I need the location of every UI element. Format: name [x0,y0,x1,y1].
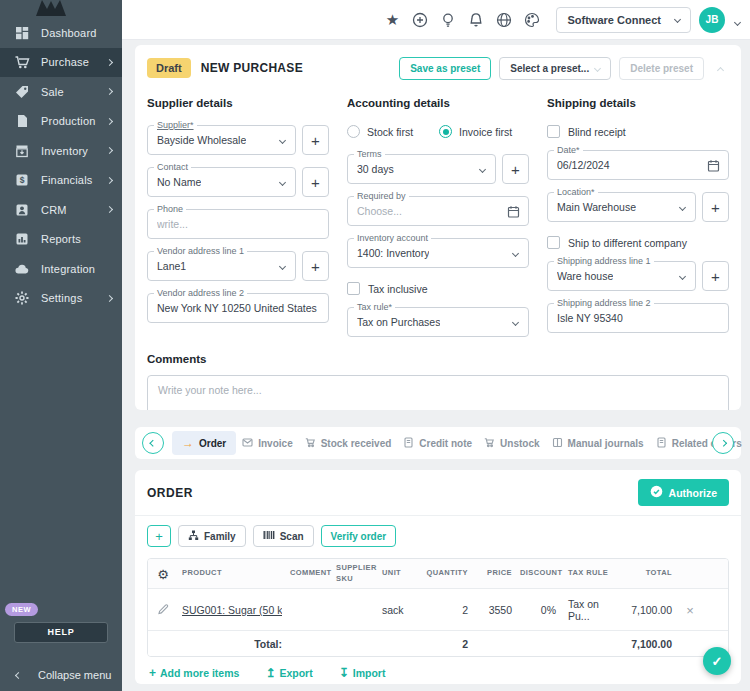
chevron-down-icon [679,273,686,280]
comments-textarea[interactable] [147,375,729,410]
cart-icon [305,437,316,450]
confirm-fab-button[interactable]: ✓ [703,647,731,675]
supplier-select[interactable]: Supplier* Bayside Wholesale [147,125,296,155]
phone-input[interactable]: Phone write... [147,209,329,239]
tab-label: Stock received [321,438,392,449]
tab-stock-received[interactable]: Stock received [299,431,398,456]
shipping-address1-select[interactable]: Shipping address line 1 Ware house [547,261,696,291]
add-terms-button[interactable]: + [502,154,529,184]
supplier-label: Supplier* [154,120,197,130]
authorize-button[interactable]: Authorize [638,479,729,506]
tab-invoice[interactable]: Invoice [236,431,298,456]
add-supplier-button[interactable]: + [302,125,329,155]
add-shipping-address-button[interactable]: + [702,261,729,291]
tabs: → Order Invoice Stock received Credit no… [168,431,708,456]
verify-order-button[interactable]: Verify order [321,525,397,547]
workspace-select[interactable]: Software Connect [556,7,691,33]
add-more-items-link[interactable]: + Add more items [149,667,239,679]
order-section-title: ORDER [147,486,193,500]
import-link[interactable]: ↧ Import [339,667,386,679]
vendor-address2-input[interactable]: Vendor address line 2 New York NY 10250 … [147,293,329,323]
sidebar-item-production[interactable]: Production [0,107,122,137]
help-button[interactable]: HELP [14,622,108,643]
tab-credit-note[interactable]: Credit note [397,431,478,456]
radio-off-icon [347,125,360,138]
edit-pencil-icon[interactable] [157,601,169,618]
terms-select[interactable]: Terms 30 days [347,154,496,184]
tab-unstock[interactable]: Unstock [478,431,545,456]
date-label: Date* [554,145,583,155]
chevron-right-icon [106,88,113,95]
sidebar-item-purchase[interactable]: Purchase [0,48,122,78]
accounting-details-heading: Accounting details [347,97,529,109]
calendar-icon [507,205,520,223]
blind-receipt-checkbox[interactable]: Blind receipt [547,125,729,138]
sidebar-item-inventory[interactable]: Inventory [0,136,122,166]
chevron-right-icon [106,206,113,213]
location-select[interactable]: Location* Main Warehouse [547,192,696,222]
shipping-address2-input[interactable]: Shipping address line 2 Isle NY 95340 [547,303,729,333]
invoice-first-radio[interactable]: Invoice first [439,125,512,138]
tax-rule-select[interactable]: Tax rule* Tax on Purchases [347,307,529,337]
column-settings-gear-icon[interactable]: ⚙ [157,567,169,582]
cell-quantity: 2 [416,604,472,616]
terms-value: 30 days [357,163,394,175]
checkbox-icon [547,236,560,249]
col-tax-rule: TAX RULE [560,568,616,578]
page-title: NEW PURCHASE [201,61,303,75]
checkbox-icon [347,282,360,295]
tab-manual-journals[interactable]: Manual journals [546,431,650,456]
col-unit: UNIT [378,568,416,578]
scan-button[interactable]: Scan [253,525,314,547]
globe-icon[interactable] [494,10,514,30]
sidebar-item-crm[interactable]: CRM [0,195,122,225]
add-location-button[interactable]: + [702,192,729,222]
add-circle-icon[interactable] [410,10,430,30]
theme-palette-icon[interactable] [522,10,542,30]
sidebar-item-sale[interactable]: Sale [0,77,122,107]
tax-inclusive-checkbox[interactable]: Tax inclusive [347,282,529,295]
inventory-account-value: 1400: Inventory [357,247,429,259]
ship-different-company-checkbox[interactable]: Ship to different company [547,236,729,249]
tabs-scroll-right-button[interactable] [712,432,734,454]
inventory-account-select[interactable]: Inventory account 1400: Inventory [347,238,529,268]
export-link[interactable]: ↥ Export [265,667,312,679]
contact-select[interactable]: Contact No Name [147,167,296,197]
delete-preset-button[interactable]: Delete preset [619,57,704,80]
location-label: Location* [554,187,598,197]
document-tabs-bar: → Order Invoice Stock received Credit no… [135,427,741,459]
sidebar-item-financials[interactable]: $ Financials [0,166,122,196]
chevron-down-icon [279,137,286,144]
collapse-section-button[interactable] [712,59,729,77]
notifications-bell-icon[interactable] [466,10,486,30]
add-contact-button[interactable]: + [302,167,329,197]
vendor-address1-select[interactable]: Vendor address line 1 Lane1 [147,251,296,281]
sidebar-item-settings[interactable]: Settings [0,284,122,314]
ship-different-company-label: Ship to different company [568,237,687,249]
sidebar-item-label: Integration [41,263,112,275]
collapse-menu-button[interactable]: Collapse menu [0,669,122,681]
tab-order[interactable]: → Order [172,431,236,455]
product-link[interactable]: SUG001: Sugar (50 kg sa... [182,604,282,616]
family-button[interactable]: Family [178,525,246,547]
add-vendor-address-button[interactable]: + [302,251,329,281]
tabs-scroll-left-button[interactable] [142,432,164,454]
favorites-star-icon[interactable]: ★ [382,10,402,30]
sidebar-item-integration[interactable]: Integration [0,254,122,284]
accounting-details-column: Accounting details Stock first Invoice f… [347,97,529,349]
lightbulb-icon[interactable] [438,10,458,30]
save-as-preset-button[interactable]: Save as preset [399,57,491,80]
vendor-address2-value: New York NY 10250 United States [157,302,317,314]
user-avatar[interactable]: JB [699,7,725,33]
sidebar-item-dashboard[interactable]: Dashboard [0,18,122,48]
chevron-down-icon [674,16,681,23]
tax-inclusive-label: Tax inclusive [368,283,428,295]
required-by-date-input[interactable]: Required by Choose... [347,196,529,226]
shipping-date-input[interactable]: Date* 06/12/2024 [547,150,729,180]
sidebar-item-reports[interactable]: Reports [0,225,122,255]
stock-first-radio[interactable]: Stock first [347,125,413,138]
remove-row-icon[interactable]: × [686,603,694,618]
user-menu-chevron[interactable] [733,11,742,29]
add-item-button[interactable]: + [147,525,171,547]
select-preset-dropdown[interactable]: Select a preset... [499,57,611,80]
